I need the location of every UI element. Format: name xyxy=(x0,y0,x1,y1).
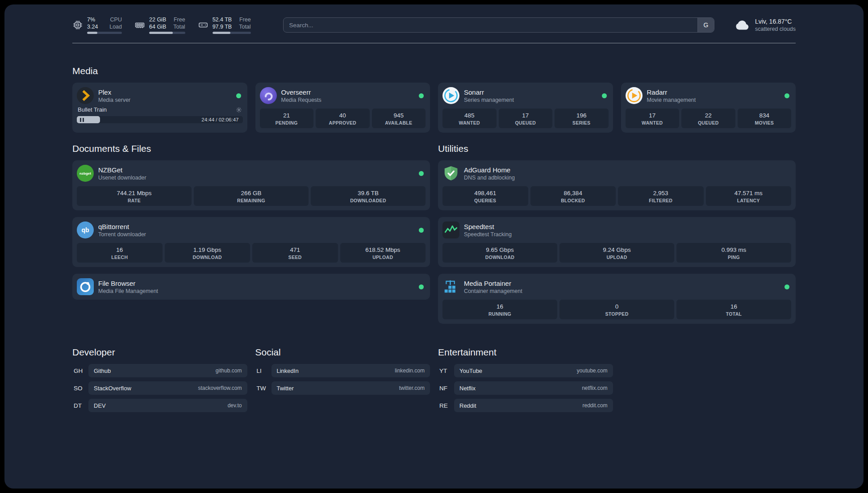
pause-icon[interactable] xyxy=(80,118,84,122)
plex-card[interactable]: Plex Media server Bullet Train xyxy=(72,83,247,133)
memory-total-value: 64 GiB xyxy=(149,23,166,30)
section-title-entertainment: Entertainment xyxy=(438,347,613,358)
gear-icon[interactable] xyxy=(236,107,242,113)
stat-label: WANTED xyxy=(444,120,495,125)
speedtest-card[interactable]: Speedtest Speedtest Tracking 9.65 Gbps D… xyxy=(438,217,796,267)
stat-value: 21 xyxy=(261,112,313,119)
stat-label: LEECH xyxy=(78,255,161,260)
bookmark-name: YouTube xyxy=(459,368,482,374)
memory-icon xyxy=(134,20,145,30)
bookmark-abbr: NF xyxy=(438,385,454,392)
bookmark-youtube[interactable]: YT YouTube youtube.com xyxy=(438,364,613,377)
stat-label: DOWNLOADED xyxy=(312,198,424,203)
stat-blocked: 86,384 BLOCKED xyxy=(530,186,616,206)
status-dot xyxy=(236,93,241,98)
stat-upload: 618.52 Mbps UPLOAD xyxy=(340,243,426,263)
stat-seed: 471 SEED xyxy=(252,243,338,263)
stat-downloaded: 39.6 TB DOWNLOADED xyxy=(311,186,426,206)
bookmark-linkedin[interactable]: LI LinkedIn linkedin.com xyxy=(255,364,430,377)
disk-free-value: 52.4 TB xyxy=(213,16,232,23)
bookmark-name: Reddit xyxy=(459,402,476,409)
topbar-divider xyxy=(72,43,796,43)
weather-widget: Lviv, 16.87°C scattered clouds xyxy=(734,17,796,33)
bookmark-abbr: TW xyxy=(255,385,271,392)
service-description: Container management xyxy=(464,288,522,295)
bookmark-stackoverflow[interactable]: SO StackOverflow stackoverflow.com xyxy=(72,381,247,395)
qbittorrent-icon-label: qb xyxy=(81,226,89,234)
disk-total-value: 97.9 TB xyxy=(213,23,232,30)
bookmark-domain: linkedin.com xyxy=(395,368,425,374)
stat-value: 47.571 ms xyxy=(707,189,790,197)
cpu-percent: 7% xyxy=(87,16,95,23)
filebrowser-card[interactable]: File Browser Media File Management xyxy=(72,274,430,300)
stat-value: 0.993 ms xyxy=(678,246,790,254)
cpu-progress-fill xyxy=(87,32,97,34)
stat-label: FILTERED xyxy=(619,198,702,203)
stat-queued: 22 QUEUED xyxy=(681,109,735,128)
search-input[interactable] xyxy=(284,18,697,32)
playback-progressbar[interactable]: 24:44 / 02:06:47 xyxy=(77,116,243,123)
stat-label: TOTAL xyxy=(678,311,790,317)
stat-value: 196 xyxy=(556,112,607,119)
portainer-icon xyxy=(442,278,459,295)
bookmark-domain: dev.to xyxy=(228,402,242,409)
service-name: Sonarr xyxy=(464,88,514,96)
bookmark-github[interactable]: GH Github github.com xyxy=(72,364,247,377)
stat-running: 16 RUNNING xyxy=(442,300,557,319)
speedtest-icon xyxy=(442,221,459,238)
stat-leech: 16 LEECH xyxy=(77,243,163,263)
service-description: Torrent downloader xyxy=(98,231,146,238)
service-description: Media server xyxy=(98,96,130,104)
portainer-card[interactable]: Media Portainer Container management 16 … xyxy=(438,274,796,324)
bookmark-netflix[interactable]: NF Netflix netflix.com xyxy=(438,381,613,395)
stat-value: 17 xyxy=(500,112,551,119)
service-name: Speedtest xyxy=(464,222,512,231)
adguard-card[interactable]: AdGuard Home DNS and adblocking 498,461 … xyxy=(438,160,796,210)
stat-value: 0 xyxy=(561,303,673,310)
status-dot xyxy=(419,228,424,233)
bookmark-twitter[interactable]: TW Twitter twitter.com xyxy=(255,381,430,395)
bookmark-reddit[interactable]: RE Reddit reddit.com xyxy=(438,399,613,412)
bookmarks-area: Developer GH Github github.com SO StackO… xyxy=(72,347,796,416)
stat-queries: 498,461 QUERIES xyxy=(442,186,528,206)
sonarr-card[interactable]: Sonarr Series management 485 WANTED 17 Q… xyxy=(438,83,613,133)
stat-value: 471 xyxy=(254,246,337,254)
stat-download: 9.65 Gbps DOWNLOAD xyxy=(442,243,557,263)
stat-series: 196 SERIES xyxy=(555,109,609,128)
stat-value: 744.21 Mbps xyxy=(78,189,190,197)
service-description: Media Requests xyxy=(281,96,321,104)
disk-widget: 52.4 TB Free 97.9 TB Total xyxy=(198,16,251,34)
stat-total: 16 TOTAL xyxy=(676,300,791,319)
qbittorrent-card[interactable]: qb qBittorrent Torrent downloader 16 LEE… xyxy=(72,217,430,267)
stat-movies: 834 MOVIES xyxy=(738,109,792,128)
stat-label: WANTED xyxy=(627,120,678,125)
stat-value: 40 xyxy=(317,112,368,119)
status-dot xyxy=(419,284,424,289)
service-name: File Browser xyxy=(98,279,158,288)
cloud-icon xyxy=(734,17,750,33)
section-title-documents: Documents & Files xyxy=(72,143,430,154)
service-description: Speedtest Tracking xyxy=(464,231,512,238)
nzbget-card[interactable]: nzbget NZBGet Usenet downloader 744.21 M… xyxy=(72,160,430,210)
status-dot xyxy=(602,93,607,98)
stat-approved: 40 APPROVED xyxy=(316,109,370,128)
top-bar: 7% CPU 3.24 Load xyxy=(72,4,796,34)
bookmark-group-social: Social LI LinkedIn linkedin.com TW Twitt… xyxy=(255,347,430,416)
stat-value: 1.19 Gbps xyxy=(166,246,249,254)
stat-value: 16 xyxy=(78,246,161,254)
memory-progress-fill xyxy=(149,32,173,34)
bookmark-dev[interactable]: DT DEV dev.to xyxy=(72,399,247,412)
stat-label: BLOCKED xyxy=(532,198,615,203)
bookmark-name: LinkedIn xyxy=(277,368,299,374)
stat-label: PING xyxy=(678,255,790,260)
stat-label: UPLOAD xyxy=(561,255,673,260)
bookmark-abbr: RE xyxy=(438,402,454,409)
radarr-card[interactable]: Radarr Movie management 17 WANTED 22 QUE… xyxy=(621,83,796,133)
search-provider-button[interactable]: G xyxy=(697,18,714,32)
stat-value: 9.24 Gbps xyxy=(561,246,673,254)
section-title-utilities: Utilities xyxy=(438,143,796,154)
cpu-load-label: Load xyxy=(109,23,122,30)
service-name: Plex xyxy=(98,88,130,96)
sonarr-icon xyxy=(442,87,459,104)
overseerr-card[interactable]: Overseerr Media Requests 21 PENDING 40 A… xyxy=(255,83,430,133)
